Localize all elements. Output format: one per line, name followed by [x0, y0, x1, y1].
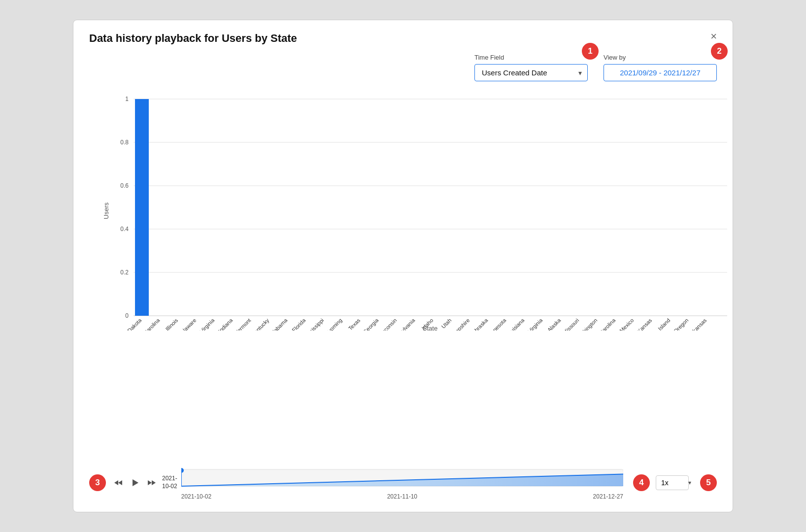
svg-text:Louisiana: Louisiana — [505, 317, 526, 331]
time-field-group: Time Field Users Created Date ▾ — [474, 54, 588, 81]
annotation-badge-4: 4 — [633, 474, 650, 491]
play-button[interactable] — [129, 476, 141, 489]
current-time-label: 2021-10-02 — [162, 475, 177, 490]
view-by-label: View by — [604, 54, 717, 61]
svg-text:0.2: 0.2 — [120, 269, 129, 276]
svg-text:Delaware: Delaware — [177, 317, 197, 331]
svg-marker-49 — [152, 480, 156, 485]
svg-text:Oregon: Oregon — [672, 317, 689, 331]
svg-text:0: 0 — [125, 312, 129, 319]
chart-svg-wrapper: Users 1 0.8 0.6 0.4 0.2 0 — [109, 89, 717, 332]
bottom-row: 3 2021-10-02 — [89, 466, 717, 500]
date-range-button[interactable]: 2021/09/29 - 2021/12/27 — [604, 64, 717, 81]
svg-marker-46 — [118, 480, 122, 485]
svg-text:Utah: Utah — [440, 317, 452, 330]
timeline-svg — [181, 466, 623, 492]
svg-text:Arkansas: Arkansas — [688, 317, 708, 331]
svg-text:Texas: Texas — [347, 317, 362, 331]
controls-row: Time Field Users Created Date ▾ 1 View b… — [89, 54, 717, 81]
svg-text:Mississippi: Mississippi — [302, 317, 325, 331]
fast-forward-button[interactable] — [145, 476, 158, 489]
close-button[interactable]: × — [708, 31, 719, 42]
annotation-badge-5: 5 — [700, 474, 717, 491]
svg-text:Alaska: Alaska — [546, 317, 562, 331]
timeline-track-wrapper[interactable]: 2021-10-02 2021-11-10 2021-12-27 — [181, 466, 623, 500]
svg-text:Kentucky: Kentucky — [250, 317, 270, 331]
timeline-labels: 2021-10-02 2021-11-10 2021-12-27 — [181, 493, 623, 500]
modal-title: Data history playback for Users by State — [89, 32, 297, 45]
svg-text:State: State — [423, 325, 437, 331]
svg-marker-45 — [114, 480, 118, 485]
speed-select-wrapper: 0.5x 1x 2x 4x ▾ — [656, 475, 695, 490]
timeline-start-label: 2021-10-02 — [181, 493, 211, 500]
annotation-badge-3: 3 — [89, 474, 106, 491]
svg-text:Florida: Florida — [291, 317, 307, 331]
time-field-select-wrapper: Users Created Date ▾ — [474, 64, 588, 81]
svg-text:Minnesota: Minnesota — [485, 317, 507, 331]
svg-text:Wisconsin: Wisconsin — [376, 317, 398, 331]
modal-header: Data history playback for Users by State… — [89, 32, 717, 45]
annotation-badge-1: 1 — [582, 43, 599, 60]
y-axis-label: Users — [102, 202, 110, 219]
rewind-icon — [114, 478, 123, 487]
svg-text:South Dakota: South Dakota — [115, 317, 143, 331]
svg-marker-47 — [133, 479, 138, 486]
time-field-label: Time Field — [474, 54, 588, 61]
svg-text:1: 1 — [125, 96, 129, 102]
svg-text:0.6: 0.6 — [120, 182, 129, 189]
svg-text:0.4: 0.4 — [120, 226, 129, 233]
svg-text:Kansas: Kansas — [636, 317, 653, 331]
fast-forward-icon — [147, 478, 156, 487]
modal-container: Data history playback for Users by State… — [73, 20, 733, 512]
svg-text:Wyoming: Wyoming — [323, 317, 343, 331]
svg-text:Illinois: Illinois — [164, 317, 179, 331]
play-icon — [131, 478, 139, 487]
bar-chart-svg: 1 0.8 0.6 0.4 0.2 0 South Dakota — [109, 89, 730, 331]
timeline-end-label: 2021-12-27 — [593, 493, 623, 500]
svg-marker-48 — [148, 480, 152, 485]
svg-text:Missouri: Missouri — [562, 317, 580, 331]
svg-text:Nebraska: Nebraska — [469, 317, 489, 331]
svg-text:0.8: 0.8 — [120, 139, 129, 146]
rewind-button[interactable] — [112, 476, 125, 489]
svg-text:Georgia: Georgia — [362, 317, 380, 331]
timeline-mid-label: 2021-11-10 — [387, 493, 417, 500]
svg-text:Indiana: Indiana — [217, 317, 234, 331]
svg-text:Virginia: Virginia — [527, 317, 544, 331]
svg-text:Vermont: Vermont — [234, 317, 252, 331]
chart-container: Users 1 0.8 0.6 0.4 0.2 0 — [89, 89, 717, 460]
bar-south-dakota — [135, 99, 149, 316]
svg-text:Alabama: Alabama — [269, 317, 289, 331]
annotation-badge-2: 2 — [711, 43, 728, 60]
speed-select[interactable]: 0.5x 1x 2x 4x — [656, 475, 689, 490]
time-field-select[interactable]: Users Created Date — [474, 64, 588, 81]
playback-controls: 2021-10-02 — [112, 475, 177, 490]
view-by-group: View by 2021/09/29 - 2021/12/27 — [604, 54, 717, 81]
